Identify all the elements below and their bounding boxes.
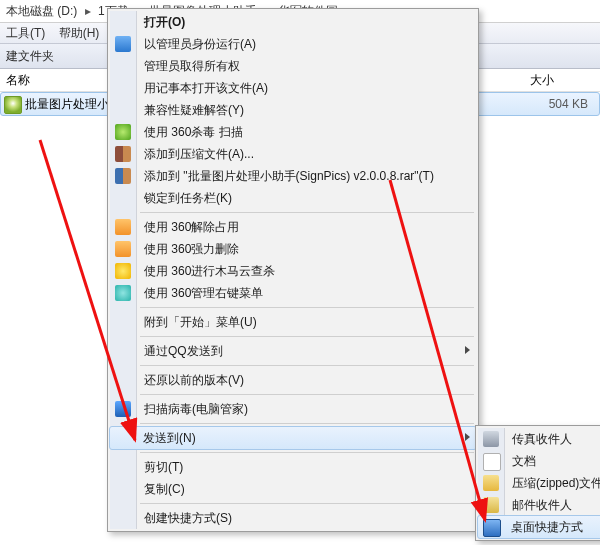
menu-separator <box>140 452 474 453</box>
menu-item-360-unlock[interactable]: 使用 360解除占用 <box>110 216 476 238</box>
zip-icon <box>483 475 499 491</box>
menu-item-label: 打开(O) <box>144 15 185 29</box>
submenu-item-compressed[interactable]: 压缩(zipped)文件 <box>478 472 600 494</box>
menu-item-add-to-named-rar[interactable]: 添加到 "批量图片处理小助手(SignPics) v2.0.0.8.rar"(T… <box>110 165 476 187</box>
menu-item-open[interactable]: 打开(O) <box>110 11 476 33</box>
menu-item-label: 通过QQ发送到 <box>144 344 223 358</box>
chevron-right-icon <box>465 346 470 354</box>
menu-item-label: 压缩(zipped)文件 <box>512 476 600 490</box>
send-to-submenu: 传真收件人 文档 压缩(zipped)文件 邮件收件人 桌面快捷方式 <box>475 425 600 541</box>
menu-separator <box>140 394 474 395</box>
menu-item-troubleshoot-compat[interactable]: 兼容性疑难解答(Y) <box>110 99 476 121</box>
menu-item-take-ownership[interactable]: 管理员取得所有权 <box>110 55 476 77</box>
delete-icon <box>115 241 131 257</box>
menu-item-label: 管理员取得所有权 <box>144 59 240 73</box>
menu-item-qq-send[interactable]: 通过QQ发送到 <box>110 340 476 362</box>
document-icon <box>483 453 501 471</box>
file-name: 批量图片处理小 <box>25 93 109 115</box>
menu-item-add-to-archive[interactable]: 添加到压缩文件(A)... <box>110 143 476 165</box>
exe-icon <box>4 96 22 114</box>
submenu-item-mail-recipient[interactable]: 邮件收件人 <box>478 494 600 516</box>
cloud-scan-icon <box>115 263 131 279</box>
menu-item-label: 使用 360进行木马云查杀 <box>144 264 275 278</box>
menu-item-label: 文档 <box>512 454 536 468</box>
menu-item-label: 传真收件人 <box>512 432 572 446</box>
desktop-icon <box>483 519 501 537</box>
menu-item-label: 兼容性疑难解答(Y) <box>144 103 244 117</box>
archive-icon <box>115 146 131 162</box>
menu-separator <box>140 212 474 213</box>
menu-item-360-cloud-scan[interactable]: 使用 360进行木马云查杀 <box>110 260 476 282</box>
menu-item-label: 附到「开始」菜单(U) <box>144 315 257 329</box>
menu-item-copy[interactable]: 复制(C) <box>110 478 476 500</box>
menu-separator <box>140 365 474 366</box>
menu-item-label: 使用 360强力删除 <box>144 242 239 256</box>
submenu-item-fax-recipient[interactable]: 传真收件人 <box>478 428 600 450</box>
menu-item-open-notepad[interactable]: 用记事本打开该文件(A) <box>110 77 476 99</box>
menu-item-pin-taskbar[interactable]: 锁定到任务栏(K) <box>110 187 476 209</box>
menu-item-label: 还原以前的版本(V) <box>144 373 244 387</box>
menu-help[interactable]: 帮助(H) <box>59 26 100 40</box>
menu-item-label: 使用 360杀毒 扫描 <box>144 125 243 139</box>
menu-item-360-force-delete[interactable]: 使用 360强力删除 <box>110 238 476 260</box>
menu-separator <box>140 423 474 424</box>
menu-item-scan-guanjia[interactable]: 扫描病毒(电脑管家) <box>110 398 476 420</box>
menu-item-label: 创建快捷方式(S) <box>144 511 232 525</box>
menu-separator <box>140 307 474 308</box>
menu-item-label: 用记事本打开该文件(A) <box>144 81 268 95</box>
fax-icon <box>483 431 499 447</box>
menu-item-scan-360[interactable]: 使用 360杀毒 扫描 <box>110 121 476 143</box>
menu-item-pin-start[interactable]: 附到「开始」菜单(U) <box>110 311 476 333</box>
column-size[interactable]: 大小 <box>530 72 590 89</box>
menu-item-send-to[interactable]: 发送到(N) <box>109 426 477 450</box>
menu-item-label: 使用 360解除占用 <box>144 220 239 234</box>
archive-icon <box>115 168 131 184</box>
menu-item-restore-previous[interactable]: 还原以前的版本(V) <box>110 369 476 391</box>
menu-item-cut[interactable]: 剪切(T) <box>110 456 476 478</box>
menu-item-label: 剪切(T) <box>144 460 183 474</box>
settings-icon <box>115 285 131 301</box>
new-folder-button[interactable]: 建文件夹 <box>6 49 54 63</box>
menu-separator <box>140 503 474 504</box>
menu-item-label: 邮件收件人 <box>512 498 572 512</box>
shield-icon <box>115 36 131 52</box>
menu-item-label: 锁定到任务栏(K) <box>144 191 232 205</box>
chevron-right-icon: ▸ <box>81 0 95 22</box>
submenu-item-documents[interactable]: 文档 <box>478 450 600 472</box>
menu-item-label: 以管理员身份运行(A) <box>144 37 256 51</box>
menu-item-360-rightclick[interactable]: 使用 360管理右键菜单 <box>110 282 476 304</box>
file-size: 504 KB <box>528 93 588 115</box>
menu-item-label: 使用 360管理右键菜单 <box>144 286 263 300</box>
context-menu: 打开(O) 以管理员身份运行(A) 管理员取得所有权 用记事本打开该文件(A) … <box>107 8 479 532</box>
mail-icon <box>483 497 499 513</box>
shield-icon <box>115 401 131 417</box>
menu-item-label: 发送到(N) <box>143 431 196 445</box>
menu-item-label: 桌面快捷方式 <box>511 520 583 534</box>
menu-item-create-shortcut[interactable]: 创建快捷方式(S) <box>110 507 476 529</box>
menu-tools[interactable]: 工具(T) <box>6 26 45 40</box>
menu-separator <box>140 336 474 337</box>
submenu-item-desktop-shortcut[interactable]: 桌面快捷方式 <box>477 515 600 539</box>
menu-item-label: 复制(C) <box>144 482 185 496</box>
menu-item-label: 添加到 "批量图片处理小助手(SignPics) v2.0.0.8.rar"(T… <box>144 169 434 183</box>
menu-item-run-as-admin[interactable]: 以管理员身份运行(A) <box>110 33 476 55</box>
chevron-right-icon <box>465 433 470 441</box>
crumb[interactable]: 本地磁盘 (D:) <box>6 4 77 18</box>
unlock-icon <box>115 219 131 235</box>
menu-item-label: 扫描病毒(电脑管家) <box>144 402 248 416</box>
antivirus-icon <box>115 124 131 140</box>
menu-item-label: 添加到压缩文件(A)... <box>144 147 254 161</box>
